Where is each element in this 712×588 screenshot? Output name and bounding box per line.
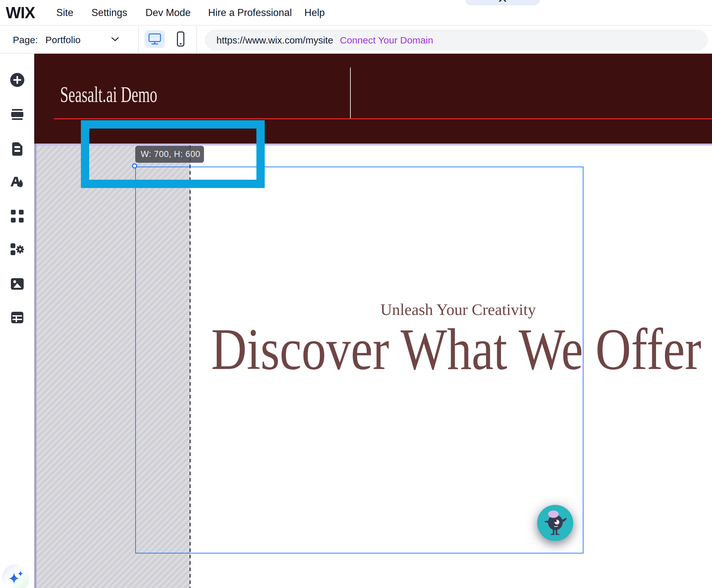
add-apps-button[interactable]: [0, 207, 34, 226]
wix-logo[interactable]: WIX: [6, 3, 35, 22]
media-button[interactable]: [0, 274, 34, 294]
menu-help[interactable]: Help: [305, 7, 325, 19]
menu-settings[interactable]: Settings: [91, 7, 127, 19]
desktop-view-button[interactable]: [145, 30, 165, 48]
size-tooltip: W: 700, H: 600: [135, 146, 204, 163]
site-url-bar: https://www.wix.com/mysite Connect Your …: [205, 29, 708, 50]
mobile-icon: [176, 31, 185, 47]
close-banner-button[interactable]: [465, 0, 540, 5]
page-label: Page:: [13, 35, 38, 45]
selection-resize-handle[interactable]: [132, 163, 137, 168]
page-selector[interactable]: Portfolio: [45, 35, 81, 45]
menu-hire-a-professional[interactable]: Hire a Professional: [208, 7, 292, 19]
site-url[interactable]: https://www.wix.com/mysite: [216, 35, 333, 46]
menu-site[interactable]: Site: [56, 7, 73, 19]
mobile-view-button[interactable]: [173, 30, 189, 48]
add-element-button[interactable]: [0, 70, 34, 89]
chevron-down-icon[interactable]: [111, 37, 120, 43]
toolbar-separator: [196, 26, 197, 54]
add-apps-icon: [11, 210, 24, 223]
ai-sparkles-icon: [6, 568, 26, 588]
pages-icon: [12, 142, 22, 156]
site-title[interactable]: Seasalt.ai Demo: [60, 83, 157, 106]
menu-dev-mode[interactable]: Dev Mode: [145, 7, 191, 19]
media-icon: [11, 278, 24, 290]
editor-canvas: Seasalt.ai Demo Unleash Your Creativity …: [34, 54, 712, 588]
chat-widget-button[interactable]: [537, 505, 573, 541]
header-divider-line: [350, 67, 351, 118]
add-section-button[interactable]: [0, 105, 34, 124]
content-manager-icon: [11, 312, 23, 323]
app-market-button[interactable]: [0, 240, 34, 259]
pages-button[interactable]: [0, 140, 34, 159]
add-element-icon: [10, 72, 25, 87]
section-boundary-left: [34, 144, 37, 588]
ai-assistant-button[interactable]: [2, 564, 29, 588]
selection-rectangle[interactable]: [135, 167, 584, 553]
sections-icon: [11, 109, 23, 120]
toolbar-separator: [138, 26, 139, 54]
site-design-icon: [11, 176, 24, 189]
desktop-icon: [148, 33, 161, 45]
site-design-button[interactable]: [0, 173, 34, 192]
app-market-icon: [11, 243, 24, 256]
close-icon: [498, 0, 507, 3]
connect-your-domain-link[interactable]: Connect Your Domain: [340, 35, 433, 46]
top-menu-bar: WIX Site Settings Dev Mode Hire a Profes…: [0, 0, 712, 26]
header-underline: [54, 118, 712, 119]
content-manager-button[interactable]: [0, 308, 34, 327]
monster-mascot-icon: [543, 510, 567, 537]
editor-tool-sidebar: [0, 54, 34, 588]
page-toolbar: Page: Portfolio https://www.wix.com/mysi…: [0, 26, 712, 54]
